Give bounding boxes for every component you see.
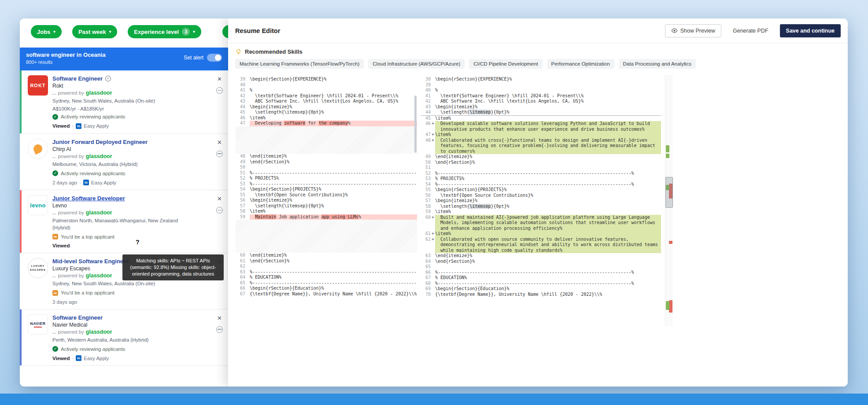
scrollbar-thumb[interactable]	[414, 96, 417, 153]
code-line[interactable]: 60+ Built and maintained AI{-}powered jo…	[421, 215, 661, 232]
code-line[interactable]: 44\begin{itemize}%	[236, 104, 417, 110]
code-line[interactable]: 55 \textbf{Open Source Contributions}%	[236, 192, 417, 198]
code-line[interactable]: 46+ Developed scalable software solution…	[421, 121, 661, 132]
diff-marker	[245, 198, 250, 203]
code-line[interactable]: 63%-------------------------------------…	[236, 269, 417, 275]
code-line[interactable]: 63\end{itemize}%	[421, 253, 661, 259]
filter-pill-jobs[interactable]: Jobs▾	[31, 25, 62, 38]
code-line[interactable]: 51	[421, 165, 661, 171]
code-line[interactable]: 39	[421, 82, 661, 88]
save-continue-button[interactable]: Save and continue	[780, 24, 841, 37]
code-line[interactable]: 64\end{rSection}%	[421, 259, 661, 265]
code-line[interactable]: 46\item%	[236, 115, 417, 121]
ruler-slider[interactable]	[665, 177, 673, 208]
code-line[interactable]: 56\begin{itemize}%	[236, 198, 417, 203]
code-line[interactable]: 52% PROJECTS%	[236, 176, 417, 181]
code-line[interactable]: 67{\textbf{Degree Name}}, University Nam…	[236, 291, 417, 297]
code-line[interactable]: 62+ Collaborated with open source commun…	[421, 237, 661, 254]
job-title-link[interactable]: Software Engineer	[52, 75, 103, 82]
code-line[interactable]: 41 \textbf{Software Engineer} \hfill 202…	[421, 93, 661, 99]
skill-chip[interactable]: Performance Optimization	[547, 59, 614, 69]
job-card[interactable]: Junior Forward Deployed EngineerChirp AI…	[20, 134, 228, 191]
code-line[interactable]: 60\end{itemize}%	[236, 253, 417, 258]
code-line[interactable]: 68%-------------------------------------…	[421, 281, 661, 287]
filter-pill-past-week[interactable]: Past week▾	[72, 25, 117, 38]
code-line[interactable]: 59 Maintain Job application app using LL…	[236, 214, 417, 220]
filter-pill-partial[interactable]	[222, 25, 228, 38]
code-line[interactable]: 65%-------------------------------------…	[236, 280, 417, 286]
code-line[interactable]: 58 \setlength{\itemsep}{0pt}%	[421, 204, 661, 210]
skill-chip[interactable]: Data Processing and Analytics	[619, 59, 696, 69]
job-card[interactable]: levnoJunior Software DeveloperLevno..pow…	[20, 190, 228, 253]
hide-job-button[interactable]	[216, 207, 223, 214]
generate-pdf-button[interactable]: Generate PDF	[727, 24, 775, 37]
code-line[interactable]: 50\end{rSection}%	[421, 160, 661, 166]
code-text: % PROJECTS%	[435, 176, 661, 182]
code-line[interactable]: 48\end{itemize}%	[236, 154, 417, 159]
skill-chip[interactable]: Machine Learning Frameworks (TensorFlow/…	[235, 59, 364, 69]
code-line[interactable]: 57\begin{itemize}%	[421, 198, 661, 204]
dismiss-job-button[interactable]: ✕	[217, 196, 222, 202]
code-line[interactable]: 69\begin{rSection}{Education}%	[421, 286, 661, 292]
code-line[interactable]: 49\end{itemize}%	[421, 154, 661, 160]
job-title-link[interactable]: Junior Software Developer	[52, 195, 125, 202]
code-line[interactable]: 51%-------------------------------------…	[236, 170, 417, 176]
line-number: 67	[421, 275, 431, 281]
job-card[interactable]: ROKTSoftware Engineer✓Rokt..powered bygl…	[20, 70, 228, 134]
code-line[interactable]: 57 \setlength{\itemsep}{0pt}%	[236, 203, 417, 209]
code-line[interactable]: 52%-------------------------------------…	[421, 171, 661, 177]
job-title-link[interactable]: Software Engineer	[52, 314, 103, 321]
code-line[interactable]: 56 \textbf{Open Source Contributions}%	[421, 193, 661, 199]
code-line[interactable]: 70{\textbf{Degree Name}}, University Nam…	[421, 292, 661, 298]
code-line[interactable]: 42 \textbf{Software Engineer} \hfill 202…	[236, 93, 417, 99]
job-card[interactable]: NAVIERSoftware EngineerNavier Medical..p…	[20, 309, 228, 366]
hide-job-button[interactable]	[216, 87, 223, 94]
lightbulb-icon	[235, 48, 242, 55]
code-line[interactable]: 45\item%	[421, 116, 661, 122]
code-line[interactable]: 59\item%	[421, 209, 661, 215]
code-line[interactable]: 53%-------------------------------------…	[236, 181, 417, 187]
code-line[interactable]: 61+\item%	[421, 231, 661, 237]
code-line[interactable]: 39\begin{rSection}{EXPERIENCE}%	[236, 77, 417, 82]
code-line[interactable]: 42 ABC Software Inc. \hfill \textit{Los …	[421, 99, 661, 104]
code-line[interactable]: 47+\item%	[421, 132, 661, 138]
hide-job-button[interactable]	[216, 326, 223, 333]
code-line[interactable]: 55\begin{rSection}{PROJECTS}%	[421, 187, 661, 193]
code-line[interactable]: 43 ABC Software Inc. \hfill \textit{Los …	[236, 99, 417, 104]
code-line[interactable]: 40%	[421, 88, 661, 93]
code-line[interactable]: 53% PROJECTS%	[421, 176, 661, 182]
code-line[interactable]: 38\begin{rSection}{EXPERIENCE}%	[421, 77, 661, 82]
code-line[interactable]: 48+ Collaborated with cross{-}functional…	[421, 138, 661, 155]
filter-pill-experience-level[interactable]: Experience level3▾	[128, 25, 201, 38]
code-line[interactable]: 41%	[236, 88, 417, 93]
set-alert-toggle[interactable]	[207, 54, 222, 62]
code-line[interactable]: 66%-------------------------------------…	[421, 270, 661, 276]
skill-chip[interactable]: Cloud Infrastructure (AWS/GCP/Azure)	[368, 59, 465, 69]
job-title-link[interactable]: Junior Forward Deployed Engineer	[52, 139, 148, 145]
code-line[interactable]: 54\begin{rSection}{PROJECTS}%	[236, 187, 417, 192]
code-line[interactable]: 44 \setlength{\itemsep}{0pt}%	[421, 110, 661, 116]
code-line[interactable]: 50	[236, 165, 417, 170]
code-line[interactable]: 43\begin{itemize}%	[421, 104, 661, 110]
code-line[interactable]: 45 \setlength{\itemsep}{0pt}%	[236, 110, 417, 115]
code-line[interactable]: 62	[236, 264, 417, 269]
line-number: 59	[421, 209, 431, 215]
show-preview-button[interactable]: Show Preview	[665, 24, 721, 37]
job-title-link[interactable]: Mid-level Software Engineer	[52, 258, 129, 265]
dismiss-job-button[interactable]: ✕	[217, 76, 222, 82]
code-line[interactable]: 65	[421, 264, 661, 270]
code-line[interactable]: 47 Developing software for the company%	[236, 121, 417, 126]
code-line[interactable]: 66\begin{rSection}{Education}%	[236, 286, 417, 291]
dismiss-job-button[interactable]: ✕	[217, 140, 222, 145]
skill-chip[interactable]: CI/CD Pipeline Development	[469, 59, 542, 69]
code-line[interactable]: 58\item%	[236, 209, 417, 214]
code-line[interactable]: 49\end{rSection}%	[236, 159, 417, 165]
code-line[interactable]: 54%-------------------------------------…	[421, 182, 661, 188]
code-line[interactable]: 61\end{rSection}%	[236, 258, 417, 264]
code-line[interactable]: 40	[236, 82, 417, 88]
code-line[interactable]: 64% EDUCATION%	[236, 275, 417, 280]
code-line[interactable]: 67% EDUCATION%	[421, 275, 661, 281]
hide-job-button[interactable]	[216, 151, 223, 157]
line-number: 61	[421, 231, 431, 237]
dismiss-job-button[interactable]: ✕	[217, 315, 222, 321]
